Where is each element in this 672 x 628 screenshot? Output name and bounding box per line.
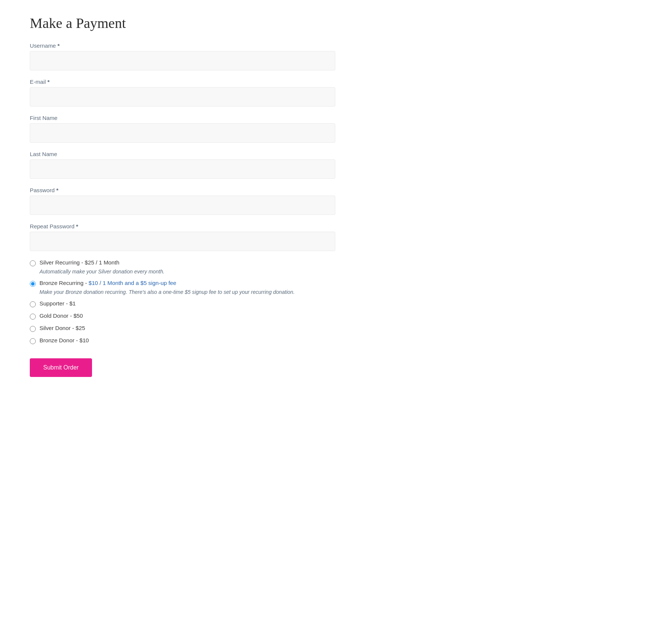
first-name-label: First Name: [30, 115, 642, 121]
bronze-recurring-radio[interactable]: [30, 281, 36, 287]
first-name-group: First Name: [30, 115, 642, 143]
first-name-input[interactable]: [30, 123, 335, 143]
bronze-recurring-highlight: $10 / 1 Month and a $5 sign-up fee: [89, 280, 177, 286]
password-required: *: [56, 187, 58, 193]
silver-donor-option: Silver Donor - $25: [30, 325, 642, 332]
silver-recurring-description: Automatically make your Silver donation …: [39, 269, 642, 275]
supporter-label[interactable]: Supporter - $1: [39, 300, 76, 307]
bronze-recurring-item: Bronze Recurring - $10 / 1 Month and a $…: [30, 280, 642, 295]
gold-donor-radio[interactable]: [30, 314, 36, 320]
email-group: E-mail *: [30, 79, 642, 107]
bronze-donor-item: Bronze Donor - $10: [30, 337, 642, 344]
password-input[interactable]: [30, 196, 335, 215]
bronze-recurring-label[interactable]: Bronze Recurring - $10 / 1 Month and a $…: [39, 280, 176, 286]
silver-recurring-item: Silver Recurring - $25 / 1 Month Automat…: [30, 259, 642, 275]
password-group: Password *: [30, 187, 642, 215]
gold-donor-option: Gold Donor - $50: [30, 313, 642, 320]
silver-donor-radio[interactable]: [30, 326, 36, 332]
bronze-donor-radio[interactable]: [30, 338, 36, 344]
bronze-donor-option: Bronze Donor - $10: [30, 337, 642, 344]
username-label: Username *: [30, 42, 642, 49]
last-name-group: Last Name: [30, 151, 642, 179]
username-input[interactable]: [30, 51, 335, 70]
supporter-radio[interactable]: [30, 301, 36, 307]
email-required: *: [47, 79, 50, 85]
gold-donor-item: Gold Donor - $50: [30, 313, 642, 320]
email-input[interactable]: [30, 87, 335, 107]
page-title: Make a Payment: [30, 15, 642, 31]
last-name-input[interactable]: [30, 159, 335, 179]
repeat-password-label: Repeat Password *: [30, 223, 642, 229]
silver-recurring-option: Silver Recurring - $25 / 1 Month: [30, 259, 642, 266]
repeat-password-input[interactable]: [30, 232, 335, 251]
silver-recurring-radio[interactable]: [30, 260, 36, 266]
gold-donor-label[interactable]: Gold Donor - $50: [39, 313, 83, 319]
username-required: *: [57, 42, 60, 49]
password-label: Password *: [30, 187, 642, 193]
username-group: Username *: [30, 42, 642, 70]
silver-donor-item: Silver Donor - $25: [30, 325, 642, 332]
bronze-recurring-description: Make your Bronze donation recurring. The…: [39, 289, 642, 295]
submit-button[interactable]: Submit Order: [30, 358, 92, 377]
silver-donor-label[interactable]: Silver Donor - $25: [39, 325, 85, 331]
bronze-donor-label[interactable]: Bronze Donor - $10: [39, 337, 89, 343]
repeat-password-required: *: [76, 223, 78, 229]
repeat-password-group: Repeat Password *: [30, 223, 642, 251]
supporter-option: Supporter - $1: [30, 300, 642, 307]
bronze-recurring-option: Bronze Recurring - $10 / 1 Month and a $…: [30, 280, 642, 287]
silver-recurring-label[interactable]: Silver Recurring - $25 / 1 Month: [39, 259, 119, 266]
payment-options-group: Silver Recurring - $25 / 1 Month Automat…: [30, 259, 642, 344]
last-name-label: Last Name: [30, 151, 642, 157]
email-label: E-mail *: [30, 79, 642, 85]
supporter-item: Supporter - $1: [30, 300, 642, 307]
payment-form: Username * E-mail * First Name Last Name…: [30, 42, 642, 377]
